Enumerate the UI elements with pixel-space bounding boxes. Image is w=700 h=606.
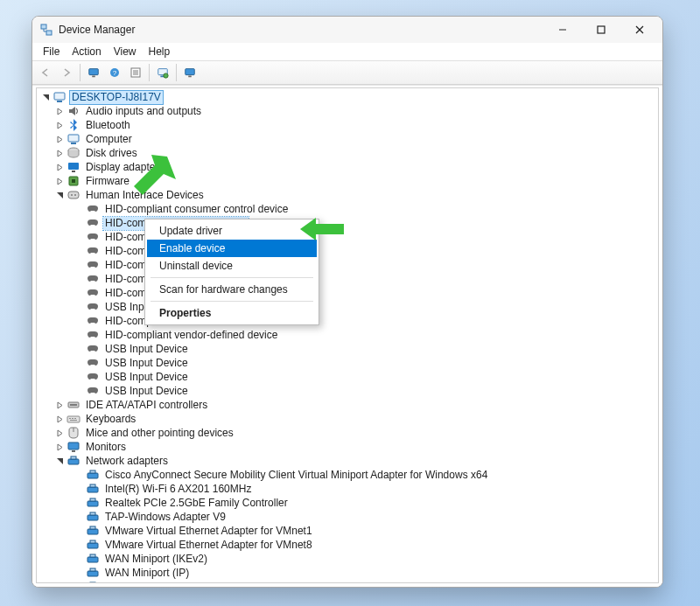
- computer-icon: [52, 90, 66, 104]
- tree-category[interactable]: Disk drives: [37, 146, 658, 160]
- tree-item-label: Cisco AnyConnect Secure Mobility Client …: [103, 469, 489, 482]
- minimize-button[interactable]: [543, 17, 582, 43]
- tree-category[interactable]: Mice and other pointing devices: [37, 426, 658, 440]
- expand-toggle[interactable]: [54, 190, 65, 200]
- network-adapter-icon: [86, 538, 100, 552]
- disk-icon: [66, 146, 80, 160]
- tree-category-hid[interactable]: Human Interface Devices: [37, 188, 658, 202]
- context-menu-item[interactable]: Update driver: [147, 222, 317, 240]
- expand-toggle[interactable]: [54, 414, 65, 424]
- tree-category[interactable]: IDE ATA/ATAPI controllers: [37, 398, 658, 412]
- network-icon: [66, 454, 80, 468]
- context-menu-item[interactable]: Uninstall device: [147, 257, 317, 275]
- tree-category[interactable]: Audio inputs and outputs: [37, 104, 658, 118]
- tree-category[interactable]: Keyboards: [37, 412, 658, 426]
- tree-device[interactable]: HID-compliant vendor-defined device: [37, 328, 658, 342]
- tree-device[interactable]: Cisco AnyConnect Secure Mobility Client …: [37, 468, 658, 482]
- tree-item-label: USB Input Device: [103, 357, 190, 370]
- tree-device[interactable]: USB Input Device: [37, 370, 658, 384]
- tool-scan[interactable]: [153, 63, 172, 82]
- tree-device[interactable]: USB Input Device: [37, 342, 658, 356]
- expand-toggle[interactable]: [54, 176, 65, 186]
- tree-category[interactable]: Firmware: [37, 174, 658, 188]
- menu-view[interactable]: View: [108, 45, 142, 59]
- tree-item-label: USB Input Device: [103, 385, 190, 398]
- ide-icon: [66, 398, 80, 412]
- tool-forward[interactable]: [57, 63, 76, 82]
- tree-device[interactable]: TAP-Windows Adapter V9: [37, 510, 658, 524]
- tree-device[interactable]: HID-compliant consumer control device: [37, 202, 658, 216]
- tree-device[interactable]: HID-comp: [37, 272, 658, 286]
- tree-item-label: USB Input Device: [103, 371, 190, 384]
- hid-device-icon: [86, 244, 100, 258]
- tree-item-label: Network adapters: [84, 455, 170, 468]
- tree-device[interactable]: Realtek PCIe 2.5GbE Family Controller: [37, 496, 658, 510]
- tree-device[interactable]: HID-comp: [37, 230, 658, 244]
- network-adapter-icon: [86, 496, 100, 510]
- tree-device[interactable]: VMware Virtual Ethernet Adapter for VMne…: [37, 538, 658, 552]
- tool-show-hidden[interactable]: [84, 63, 103, 82]
- tree-item-label: TAP-Windows Adapter V9: [103, 511, 228, 524]
- expand-toggle[interactable]: [54, 134, 65, 144]
- tree-device[interactable]: HID-comp: [37, 314, 658, 328]
- tree-device[interactable]: HID-compliant game controller: [37, 216, 658, 230]
- tree-item-label: Bluetooth: [84, 119, 132, 132]
- devmgr-icon: [39, 23, 53, 37]
- hid-device-icon: [86, 216, 100, 230]
- tree-device[interactable]: HID-comp: [37, 286, 658, 300]
- expand-toggle[interactable]: [54, 120, 65, 130]
- menu-action[interactable]: Action: [66, 45, 106, 59]
- network-adapter-icon: [86, 510, 100, 524]
- context-menu-item[interactable]: Properties: [147, 304, 317, 322]
- tree-category[interactable]: Computer: [37, 132, 658, 146]
- tree-item-label: DESKTOP-IJ8I17V: [70, 91, 163, 104]
- tool-devices[interactable]: [180, 63, 200, 82]
- menu-file[interactable]: File: [38, 45, 65, 59]
- tree-device[interactable]: WAN Miniport (IP): [37, 566, 658, 580]
- tree-device[interactable]: WAN Miniport (IKEv2): [37, 552, 658, 566]
- tree-device[interactable]: HID-comp: [37, 258, 658, 272]
- expand-toggle[interactable]: [54, 148, 65, 158]
- tree-category-network[interactable]: Network adapters: [37, 454, 658, 468]
- tree-item-label: Audio inputs and outputs: [84, 105, 203, 118]
- maximize-button[interactable]: [582, 17, 620, 43]
- tree-item-label: HID-compliant vendor-defined device: [103, 329, 279, 342]
- context-menu-item[interactable]: Scan for hardware changes: [147, 281, 317, 298]
- tree-device[interactable]: VMware Virtual Ethernet Adapter for VMne…: [37, 524, 658, 538]
- tree-root[interactable]: DESKTOP-IJ8I17V: [37, 90, 658, 104]
- device-tree[interactable]: DESKTOP-IJ8I17V Audio inputs and outputs…: [36, 87, 659, 583]
- tree-item-label: WAN Miniport (IPv6): [103, 581, 202, 584]
- expand-toggle[interactable]: [54, 442, 65, 452]
- expand-toggle[interactable]: [40, 92, 51, 102]
- tree-device[interactable]: USB Input Device: [37, 384, 658, 398]
- window-title: Device Manager: [59, 24, 135, 36]
- svg-rect-25: [598, 26, 605, 33]
- expand-toggle[interactable]: [54, 456, 65, 466]
- tree-device[interactable]: USB Input: [37, 300, 658, 314]
- context-menu-item[interactable]: Enable device: [147, 240, 317, 257]
- hid-device-icon: [86, 314, 100, 328]
- tree-category[interactable]: Display adapters: [37, 160, 658, 174]
- menu-help[interactable]: Help: [144, 45, 176, 59]
- context-menu-separator: [150, 277, 313, 278]
- tree-category[interactable]: Monitors: [37, 440, 658, 454]
- expand-toggle[interactable]: [54, 106, 65, 116]
- tool-help[interactable]: ?: [105, 63, 124, 82]
- tree-device[interactable]: WAN Miniport (IPv6): [37, 580, 658, 583]
- expand-toggle[interactable]: [54, 428, 65, 438]
- expand-toggle[interactable]: [54, 400, 65, 410]
- tree-device[interactable]: HID-comp: [37, 244, 658, 258]
- tool-back[interactable]: [36, 63, 55, 82]
- close-button[interactable]: [620, 17, 659, 43]
- keyboard-icon: [66, 412, 80, 426]
- hid-device-icon: [86, 342, 100, 356]
- hid-device-icon: [86, 258, 100, 272]
- tool-properties[interactable]: [126, 63, 145, 82]
- expand-toggle[interactable]: [54, 162, 65, 172]
- device-manager-window: Device Manager File Action View Help ?: [32, 16, 663, 588]
- hid-device-icon: [86, 286, 100, 300]
- tree-device[interactable]: USB Input Device: [37, 356, 658, 370]
- tree-category[interactable]: Bluetooth: [37, 118, 658, 132]
- tree-device[interactable]: Intel(R) Wi-Fi 6 AX201 160MHz: [37, 482, 658, 496]
- tree-item-label: HID-compliant consumer control device: [103, 203, 290, 216]
